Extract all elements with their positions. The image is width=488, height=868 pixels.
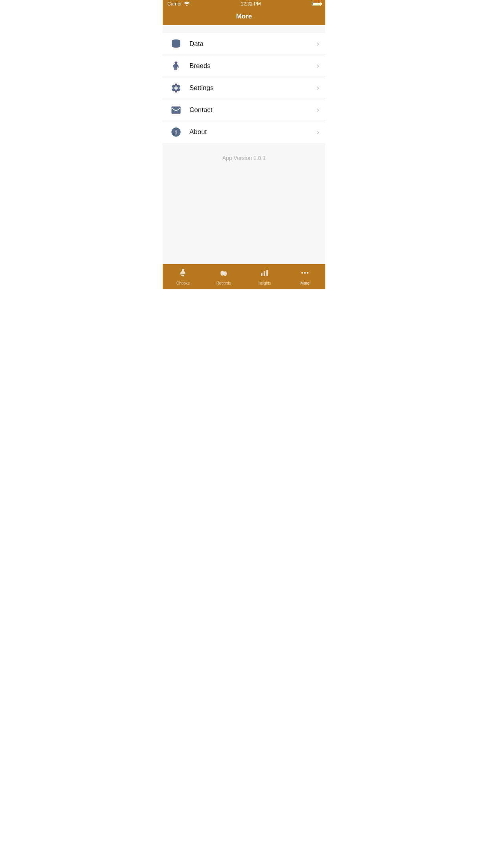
svg-point-12 — [304, 272, 306, 274]
breeds-icon — [169, 59, 183, 73]
menu-item-breeds[interactable]: Breeds › — [163, 55, 325, 77]
more-tab-label: More — [301, 281, 310, 285]
settings-icon — [169, 81, 183, 95]
insights-tab-label: Insights — [258, 281, 271, 285]
menu-item-about[interactable]: i About › — [163, 121, 325, 143]
nav-title: More — [236, 13, 252, 20]
menu-label-data: Data — [189, 40, 317, 48]
tab-chooks[interactable]: Chooks — [163, 264, 204, 289]
content-area: Data › Breeds › — [163, 25, 325, 264]
tab-records[interactable]: Records — [204, 264, 244, 289]
svg-rect-10 — [266, 270, 268, 276]
status-carrier: Carrier — [167, 1, 190, 7]
battery-fill — [313, 3, 320, 6]
app-version: App Version 1.0.1 — [163, 147, 325, 169]
svg-point-11 — [301, 272, 303, 274]
more-tab-icon — [300, 268, 310, 280]
svg-rect-8 — [261, 273, 262, 276]
chevron-settings-icon: › — [317, 84, 319, 92]
svg-rect-3 — [171, 106, 180, 114]
menu-item-contact[interactable]: Contact › — [163, 99, 325, 121]
chevron-contact-icon: › — [317, 106, 319, 114]
wifi-icon — [184, 2, 190, 7]
insights-tab-icon — [260, 268, 269, 280]
records-tab-label: Records — [216, 281, 231, 285]
battery-indicator — [312, 2, 321, 6]
status-bar: Carrier 12:31 PM — [163, 0, 325, 8]
menu-label-settings: Settings — [189, 84, 317, 92]
menu-label-about: About — [189, 128, 317, 136]
svg-point-0 — [186, 5, 187, 6]
svg-text:i: i — [175, 129, 177, 136]
svg-point-7 — [224, 271, 227, 276]
data-icon — [169, 37, 183, 51]
svg-point-13 — [307, 272, 308, 274]
menu-label-breeds: Breeds — [189, 62, 317, 70]
battery-icon — [312, 2, 321, 6]
chooks-tab-icon — [178, 268, 188, 280]
menu-section: Data › Breeds › — [163, 33, 325, 143]
svg-rect-9 — [264, 271, 265, 276]
tab-insights[interactable]: Insights — [244, 264, 285, 289]
status-time: 12:31 PM — [241, 1, 261, 7]
menu-item-settings[interactable]: Settings › — [163, 77, 325, 99]
menu-item-data[interactable]: Data › — [163, 33, 325, 55]
records-tab-icon — [219, 268, 228, 280]
tab-more[interactable]: More — [285, 264, 326, 289]
carrier-text: Carrier — [167, 1, 182, 7]
contact-icon — [169, 103, 183, 117]
chooks-tab-label: Chooks — [176, 281, 190, 285]
nav-bar: More — [163, 8, 325, 25]
svg-point-2 — [176, 62, 177, 63]
chevron-data-icon: › — [317, 40, 319, 48]
tab-bar: Chooks Records Insights — [163, 264, 325, 289]
about-icon: i — [169, 125, 183, 139]
chevron-about-icon: › — [317, 128, 319, 136]
chevron-breeds-icon: › — [317, 62, 319, 70]
menu-label-contact: Contact — [189, 106, 317, 114]
